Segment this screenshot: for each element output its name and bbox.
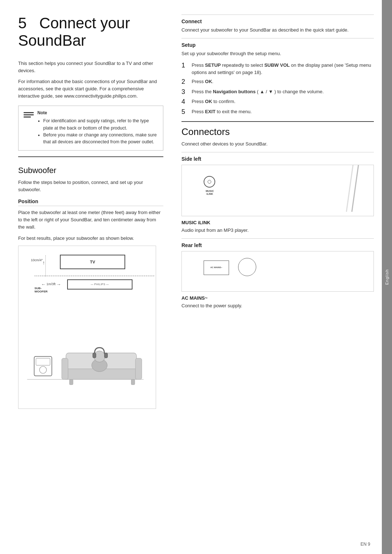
chapter-number: 5 <box>18 15 26 32</box>
intro-text-2: For information about the basic connecti… <box>18 78 163 100</box>
note-icon <box>24 111 34 118</box>
step-2-num: 2 <box>181 78 188 86</box>
ac-mains-desc: Connect to the power supply. <box>181 302 374 309</box>
step-3: 3 Press the Navigation buttons ( ▲ / ▼ )… <box>181 88 374 96</box>
distance-label-1: 10cm/4" ↑ <box>31 258 43 262</box>
connect-heading: Connect <box>181 15 374 24</box>
music-ilink-port <box>204 176 215 188</box>
page-footer: EN 9 <box>360 542 370 547</box>
ac-mains-circle <box>238 258 256 276</box>
connectors-heading: Connectors <box>181 121 374 138</box>
step-5: 5 Press EXIT to exit the menu. <box>181 108 374 116</box>
step-4-num: 4 <box>181 98 188 106</box>
setup-intro: Set up your subwoofer through the setup … <box>181 50 374 57</box>
main-content: 5 Connect yourSoundBar This section help… <box>0 0 392 554</box>
soundbar-logo: — PHILIPS — <box>91 283 109 286</box>
svg-rect-9 <box>131 379 135 385</box>
side-left-section: Side left MUSIC iLINK <box>181 152 374 234</box>
rear-left-diagram: AC MAINS~ <box>181 251 374 292</box>
step-4: 4 Press OK to confirm. <box>181 98 374 106</box>
music-ilink-label: MUSIC iLINK <box>181 220 374 225</box>
note-icon-bar-1 <box>24 112 34 113</box>
note-item-1: For identification and supply ratings, r… <box>43 118 158 132</box>
rear-left-section: Rear left AC MAINS~ AC MAINS~ <box>181 238 374 309</box>
diagram-inner: TV 10cm/4" ↑ — PHILIPS — <box>24 251 151 403</box>
step-1-text: Press SETUP repeatedly to select SUBW VO… <box>192 62 374 76</box>
side-left-heading: Side left <box>181 152 374 162</box>
tv-label: TV <box>90 260 95 264</box>
vert-dot-line <box>45 255 46 276</box>
subwoofer-diagram: TV 10cm/4" ↑ — PHILIPS — <box>18 246 156 409</box>
note-icon-bar-2 <box>24 114 34 115</box>
step-2-text: Press OK. <box>192 78 213 85</box>
svg-point-2 <box>40 366 46 373</box>
ac-mains-rect: AC MAINS~ <box>204 260 229 275</box>
connect-text: Connect your subwoofer to your SoundBar … <box>181 26 374 34</box>
setup-heading: Setup <box>181 38 374 48</box>
intro-text-1: This section helps you connect your Soun… <box>18 60 163 74</box>
svg-rect-6 <box>62 358 68 379</box>
page: English 5 Connect yourSoundBar This sect… <box>0 0 392 554</box>
side-left-diagram: MUSIC iLINK <box>181 165 374 216</box>
connectors-intro: Connect other devices to your SoundBar. <box>181 140 374 148</box>
svg-rect-8 <box>69 379 73 385</box>
note-label: Note <box>37 110 158 115</box>
setup-steps: 1 Press SETUP repeatedly to select SUBW … <box>181 62 374 116</box>
note-content: Note For identification and supply ratin… <box>37 110 158 146</box>
step-5-text: Press EXIT to exit the menu. <box>192 108 252 115</box>
music-ilink-name: MUSIC iLINK <box>181 220 210 225</box>
svg-rect-13 <box>105 353 108 358</box>
step-1-num: 1 <box>181 62 188 70</box>
music-ilink-desc: Audio input from an MP3 player. <box>181 227 374 234</box>
rear-left-diagram-inner: AC MAINS~ <box>182 251 373 291</box>
setup-section: Setup Set up your subwoofer through the … <box>181 38 374 116</box>
step-1: 1 Press SETUP repeatedly to select SUBW … <box>181 62 374 76</box>
port-label: MUSIC iLINK <box>201 190 219 196</box>
position-section: Position Place the subwoofer at least on… <box>18 198 163 242</box>
note-list: For identification and supply ratings, r… <box>37 118 158 146</box>
side-language-tab: English <box>382 0 392 554</box>
position-text-1: Place the subwoofer at least one meter (… <box>18 209 163 231</box>
subwoofer-section: Subwoofer Follow the steps below to posi… <box>18 156 163 409</box>
sofa-svg <box>24 324 151 403</box>
ac-rect-label: AC MAINS~ <box>210 266 222 269</box>
sub-label: SUB- WOOFER <box>34 287 48 294</box>
tv-rect: TV <box>60 255 125 269</box>
ac-mains-label: AC MAINS~ <box>181 295 374 301</box>
step-3-num: 3 <box>181 88 188 96</box>
dashed-line <box>34 276 154 276</box>
step-3-text: Press the Navigation buttons ( ▲ / ▼ ) t… <box>192 88 324 95</box>
rear-left-heading: Rear left <box>181 238 374 248</box>
page-number: EN 9 <box>360 542 370 547</box>
note-box: Note For identification and supply ratin… <box>18 106 163 151</box>
side-tab-label: English <box>385 269 389 285</box>
position-text-2: For best results, place your subwoofer a… <box>18 235 163 242</box>
subwoofer-heading: Subwoofer <box>18 166 163 175</box>
subwoofer-intro: Follow the steps below to position, conn… <box>18 179 163 193</box>
step-2: 2 Press OK. <box>181 78 374 86</box>
svg-rect-12 <box>93 353 96 358</box>
svg-rect-1 <box>36 358 50 365</box>
svg-rect-7 <box>135 358 142 379</box>
page-title: 5 Connect yourSoundBar <box>18 15 163 50</box>
distance-label-2: ← 1m/3ft → <box>41 282 61 287</box>
connectors-section: Connectors Connect other devices to your… <box>181 121 374 309</box>
ac-mains-name: AC MAINS~ <box>181 295 208 301</box>
connect-section: Connect Connect your subwoofer to your S… <box>181 15 374 34</box>
step-4-text: Press OK to confirm. <box>192 98 236 105</box>
right-column: Connect Connect your subwoofer to your S… <box>178 15 374 539</box>
port-circle-inner <box>208 180 211 184</box>
soundbar-rect: — PHILIPS — <box>67 279 132 290</box>
left-column: 5 Connect yourSoundBar This section help… <box>18 15 178 539</box>
note-icon-bar-3 <box>24 116 31 118</box>
step-5-num: 5 <box>181 108 188 116</box>
side-left-diagram-inner: MUSIC iLINK <box>182 165 373 216</box>
subwoofer-divider <box>18 156 163 157</box>
position-heading: Position <box>18 198 163 206</box>
note-item-2: Before you make or change any connection… <box>43 132 158 146</box>
